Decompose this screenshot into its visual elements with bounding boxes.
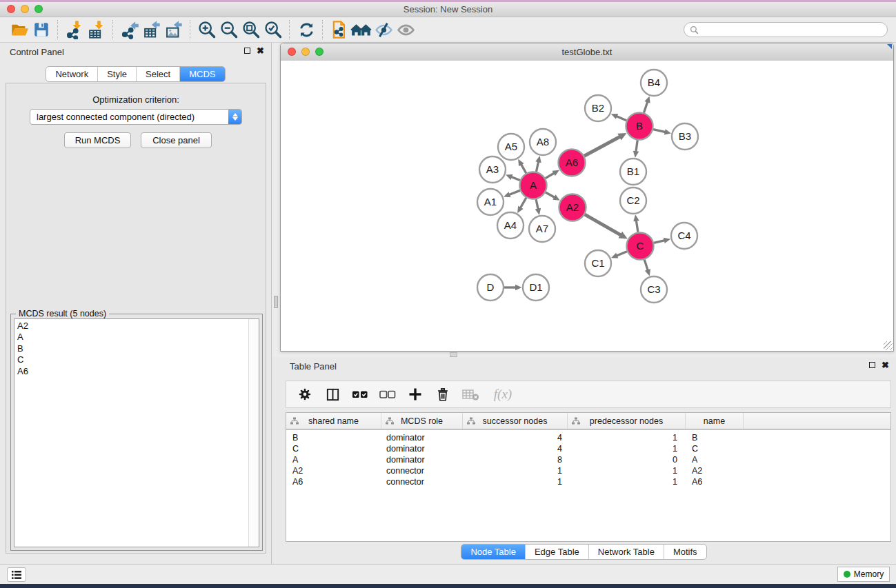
graph-edge-A6-B[interactable]	[584, 136, 620, 156]
network-from-file-button[interactable]	[328, 19, 350, 41]
delete-column-button[interactable]	[432, 384, 453, 405]
export-image-button[interactable]	[163, 19, 185, 41]
graph-edge-arrowhead	[633, 151, 639, 158]
delete-table-button[interactable]	[460, 384, 481, 405]
table-row[interactable]: A2connector11A2	[286, 465, 890, 476]
tab-edge-table[interactable]: Edge Table	[526, 545, 589, 559]
network-graph[interactable]: B4B2BB3A8A5A6A3B1AC2A1A2A4A7C4CC1DD1C3	[281, 61, 890, 349]
graph-edge-B-B4[interactable]	[644, 102, 647, 113]
show-graphics-details-button[interactable]	[395, 19, 417, 41]
export-network-button[interactable]	[119, 19, 141, 41]
graph-edge-arrowhead	[645, 269, 650, 276]
run-mcds-button[interactable]: Run MCDS	[64, 132, 131, 148]
table-settings-button[interactable]	[295, 384, 315, 405]
float-panel-icon[interactable]	[244, 48, 250, 54]
list-icon	[11, 570, 22, 580]
select-all-columns-button[interactable]	[350, 384, 370, 405]
result-list-scrollbar[interactable]	[248, 319, 259, 547]
import-table-button[interactable]	[86, 19, 108, 41]
tab-network[interactable]: Network	[46, 67, 98, 81]
gear-icon	[297, 387, 312, 402]
import-network-icon	[65, 20, 84, 39]
save-floppy-icon	[32, 21, 50, 39]
table-row[interactable]: Adominator80A	[286, 454, 890, 465]
toolbar-separator	[57, 20, 59, 39]
tab-network-table[interactable]: Network Table	[589, 545, 664, 559]
zoom-fit-button[interactable]	[240, 19, 262, 41]
graph-edge-C-C3[interactable]	[644, 260, 648, 271]
mcds-result-item[interactable]: A6	[17, 366, 248, 377]
close-table-panel-icon[interactable]: ✖	[882, 361, 889, 369]
graph-edge-B-B1[interactable]	[636, 140, 637, 152]
graph-edge-A-A3[interactable]	[511, 177, 520, 181]
tab-node-table[interactable]: Node Table	[461, 545, 526, 559]
tab-motifs[interactable]: Motifs	[664, 545, 706, 559]
create-column-button[interactable]	[405, 384, 426, 405]
mcds-result-item[interactable]: A2	[17, 321, 248, 332]
table-row[interactable]: Cdominator41C	[286, 443, 890, 454]
graph-node-label-B2: B2	[592, 102, 604, 114]
tab-mcds[interactable]: MCDS	[180, 67, 224, 81]
table-tabs: Node Table Edge Table Network Table Moti…	[461, 544, 706, 560]
zoom-out-button[interactable]	[218, 19, 240, 41]
close-panel-icon[interactable]: ✖	[257, 47, 264, 54]
graph-edge-C-C2[interactable]	[636, 221, 638, 232]
graph-edge-arrowhead	[504, 192, 510, 197]
tab-select[interactable]: Select	[137, 67, 180, 81]
graph-edge-A-A5[interactable]	[521, 164, 526, 173]
table-row[interactable]: A6connector11A6	[286, 476, 890, 487]
float-table-panel-icon[interactable]	[869, 362, 875, 368]
unselect-all-columns-button[interactable]	[377, 384, 398, 405]
graph-edge-A2-C[interactable]	[585, 214, 621, 235]
show-column-panel-button[interactable]	[322, 384, 343, 405]
home-button[interactable]	[350, 19, 372, 41]
table-cell: 0	[568, 455, 686, 465]
column-header-mcds-role[interactable]: MCDS role	[381, 413, 463, 429]
graph-edge-A-A4[interactable]	[520, 198, 526, 208]
memory-button[interactable]: Memory	[837, 567, 890, 582]
graph-edge-B-B3[interactable]	[653, 130, 666, 132]
mcds-result-item[interactable]: B	[17, 343, 248, 354]
graph-edge-A-A6[interactable]	[546, 173, 555, 179]
graph-edge-A-A2[interactable]	[546, 192, 555, 198]
graph-edge-A-A1[interactable]	[509, 190, 520, 194]
export-image-icon	[164, 20, 183, 39]
import-network-button[interactable]	[63, 19, 86, 41]
window-resize-grip[interactable]	[884, 341, 893, 350]
graph-edge-C-C4[interactable]	[654, 241, 665, 243]
control-panel-tabs: Network Style Select MCDS	[46, 66, 225, 82]
mcds-result-item[interactable]: C	[17, 354, 248, 365]
tab-style[interactable]: Style	[98, 67, 137, 81]
open-session-button[interactable]	[8, 19, 30, 41]
mcds-result-list[interactable]: A2ABCA6	[14, 318, 259, 547]
column-header-successor-nodes[interactable]: successor nodes	[463, 413, 568, 429]
network-canvas[interactable]: B4B2BB3A8A5A6A3B1AC2A1A2A4A7C4CC1DD1C3	[281, 61, 893, 351]
hide-graphics-details-button[interactable]	[372, 19, 395, 41]
app-title: Session: New Session	[0, 4, 896, 14]
task-history-button[interactable]	[7, 567, 26, 582]
refresh-button[interactable]	[295, 19, 317, 41]
zoom-selected-button[interactable]	[262, 19, 284, 41]
table-cell: A2	[686, 466, 744, 476]
column-header-name[interactable]: name	[686, 413, 744, 429]
table-cell: A	[686, 455, 744, 465]
graph-edge-B-B2[interactable]	[617, 116, 627, 121]
zoom-in-button[interactable]	[196, 19, 218, 41]
function-builder-button[interactable]: f(x)	[488, 384, 518, 405]
table-row[interactable]: Bdominator41B	[286, 432, 890, 443]
splitter-handle-bottom[interactable]	[450, 352, 457, 357]
splitter-handle-left[interactable]	[274, 296, 278, 308]
close-panel-button[interactable]: Close panel	[141, 132, 212, 148]
search-input[interactable]	[702, 24, 882, 35]
network-window-titlebar[interactable]: testGlobe.txt	[281, 43, 893, 61]
mcds-result-item[interactable]: A	[17, 332, 248, 343]
optimization-criterion-dropdown[interactable]: largest connected component (directed)	[30, 109, 242, 125]
column-header-predecessor-nodes[interactable]: predecessor nodes	[568, 413, 686, 429]
graph-edge-C-C1[interactable]	[617, 252, 627, 256]
export-table-button[interactable]	[141, 19, 163, 41]
column-header-shared-name[interactable]: shared name	[286, 413, 381, 429]
search-field[interactable]	[684, 22, 888, 37]
graph-edge-A-A7[interactable]	[536, 199, 538, 210]
graph-edge-A-A8[interactable]	[536, 161, 538, 172]
save-session-button[interactable]	[30, 19, 52, 41]
